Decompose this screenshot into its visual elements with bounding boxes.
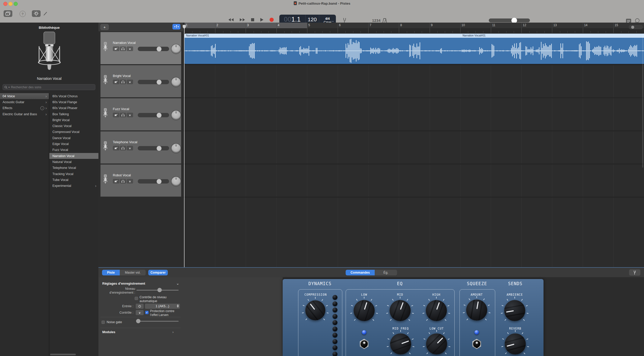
mute-button[interactable] [113, 46, 119, 51]
track-pan-knob[interactable] [171, 177, 181, 186]
record-level-slider[interactable] [136, 288, 179, 292]
vertical-scrollbar[interactable] [642, 34, 643, 168]
record-button[interactable] [269, 17, 274, 22]
tab-commandes[interactable]: Commandes [346, 270, 375, 275]
measure-number-cell[interactable]: 3 [246, 23, 276, 28]
input-monitoring-button[interactable] [127, 80, 133, 84]
track-volume-thumb[interactable] [157, 80, 161, 84]
solo-button[interactable] [120, 80, 126, 84]
patch-item[interactable]: 60s Vocal Phaser › [49, 105, 98, 111]
squeeze-toggle-switch[interactable] [471, 338, 482, 350]
measure-number-cell[interactable]: 7 [368, 23, 399, 28]
zoom-slider[interactable] [629, 25, 643, 29]
solo-button[interactable] [120, 146, 126, 150]
solo-button[interactable] [120, 179, 126, 184]
category-item[interactable]: Electric Guitar and Bass ↓ › [0, 111, 49, 117]
track-volume-slider[interactable] [138, 113, 169, 117]
measure-number-cell[interactable]: 2 [215, 23, 246, 28]
master-volume-slider[interactable] [489, 18, 530, 22]
measure-number-cell[interactable]: 4 [277, 23, 307, 28]
download-icon[interactable]: ↓ [40, 106, 44, 110]
track-volume-slider[interactable] [138, 179, 169, 184]
catch-playhead-button[interactable] [172, 24, 180, 30]
track-header[interactable]: Narration Vocal [100, 32, 181, 64]
eq-mid-knob[interactable] [390, 300, 411, 321]
search-input[interactable] [11, 85, 94, 89]
measure-number-cell[interactable]: 6 [338, 23, 368, 28]
stop-button[interactable] [251, 18, 254, 22]
play-button[interactable] [260, 18, 264, 22]
measure-number-cell[interactable]: 8 [399, 23, 429, 28]
patch-item[interactable]: Box Talking › [49, 111, 98, 117]
feedback-protection-checkbox[interactable]: ✓ [145, 311, 149, 314]
patch-item[interactable]: Edge Vocal › [49, 141, 98, 147]
track-header[interactable]: Telephone Vocal [100, 131, 181, 163]
fast-forward-button[interactable] [240, 18, 245, 22]
stepper-icon[interactable] [177, 304, 179, 307]
noise-gate-slider[interactable] [136, 319, 179, 323]
track-header[interactable]: Robot Vocal [100, 165, 181, 197]
patch-item[interactable]: Fuzz Vocal › [49, 147, 98, 153]
count-in-button[interactable]: 1234 [372, 18, 381, 23]
measure-number-cell[interactable]: 12 [521, 23, 552, 28]
ambience-knob[interactable] [504, 300, 525, 321]
track-volume-thumb[interactable] [157, 46, 161, 51]
tuning-fork-button-bottom[interactable] [629, 269, 640, 276]
track-volume-thumb[interactable] [157, 146, 161, 151]
patch-item[interactable]: 60s Vocal Chorus › [49, 93, 98, 99]
patch-item[interactable]: Tube Vocal › [49, 177, 98, 183]
tab-master-vol[interactable]: Master vol. [120, 270, 146, 275]
recording-settings-title[interactable]: Réglages d’enregistrement ⌄ [102, 282, 145, 285]
measure-number-cell[interactable]: 1 [185, 23, 215, 28]
record-level-thumb[interactable] [158, 288, 162, 292]
input-monitoring-button[interactable] [127, 46, 133, 51]
patch-item[interactable]: 60s Vocal Flange › [49, 99, 98, 105]
ruler[interactable]: 123456789101112131415 [185, 23, 644, 28]
solo-button[interactable] [120, 113, 126, 117]
track-pan-knob[interactable] [171, 78, 181, 87]
category-item[interactable]: Acoustic Guitar ↓ › [0, 99, 49, 105]
patch-item[interactable]: Tracking Vocal › [49, 171, 98, 177]
tab-piste[interactable]: Piste [102, 270, 120, 275]
input-format-button[interactable] [136, 304, 144, 309]
category-item[interactable]: 04 Voice ↓ › [0, 93, 49, 99]
reverb-knob[interactable] [505, 333, 526, 354]
auto-level-checkbox[interactable] [135, 297, 138, 300]
measure-number-cell[interactable]: 9 [430, 23, 460, 28]
zoom-slider-thumb[interactable] [631, 26, 634, 29]
mute-button[interactable] [113, 179, 119, 184]
patch-item[interactable]: Classic Vocal › [49, 123, 98, 129]
mid-freq-knob[interactable] [390, 333, 411, 354]
measure-number-cell[interactable]: 14 [583, 23, 613, 28]
input-monitoring-button[interactable] [127, 179, 133, 184]
track-volume-slider[interactable] [138, 80, 169, 84]
smart-controls-button[interactable] [32, 10, 41, 17]
patch-item[interactable]: Experimental › [49, 183, 98, 189]
chevron-right-icon[interactable]: › [172, 330, 173, 334]
library-button[interactable]: ♪ [4, 10, 12, 17]
noise-gate-thumb[interactable] [136, 319, 140, 323]
compression-knob[interactable] [305, 300, 325, 320]
patch-item[interactable]: Bright Vocal › [49, 117, 98, 123]
measure-number-cell[interactable]: 5 [307, 23, 338, 28]
amount-knob[interactable] [466, 300, 487, 321]
eq-low-knob[interactable] [354, 300, 375, 321]
editor-pencil-button[interactable] [43, 11, 48, 16]
track-pan-knob[interactable] [171, 144, 181, 153]
track-volume-thumb[interactable] [157, 113, 161, 118]
track-header[interactable]: Bright Vocal [100, 65, 181, 97]
track-pan-knob[interactable] [171, 111, 181, 120]
noise-gate-checkbox[interactable] [102, 321, 105, 324]
measure-number-cell[interactable]: 11 [491, 23, 521, 28]
patch-item[interactable]: Narration Vocal › [49, 153, 98, 159]
patch-item[interactable]: Dance Vocal › [49, 135, 98, 141]
horizontal-scrollbar[interactable] [50, 354, 76, 355]
track-volume-thumb[interactable] [157, 179, 161, 184]
playhead-line[interactable] [184, 25, 185, 268]
add-track-button[interactable]: + [100, 24, 109, 30]
comparer-button[interactable]: Comparer [148, 270, 168, 275]
chevron-down-icon[interactable]: ⌄ [176, 282, 179, 285]
solo-button[interactable] [120, 46, 126, 51]
low-cut-knob[interactable] [426, 333, 447, 354]
track-header[interactable]: Fuzz Vocal [100, 98, 181, 130]
